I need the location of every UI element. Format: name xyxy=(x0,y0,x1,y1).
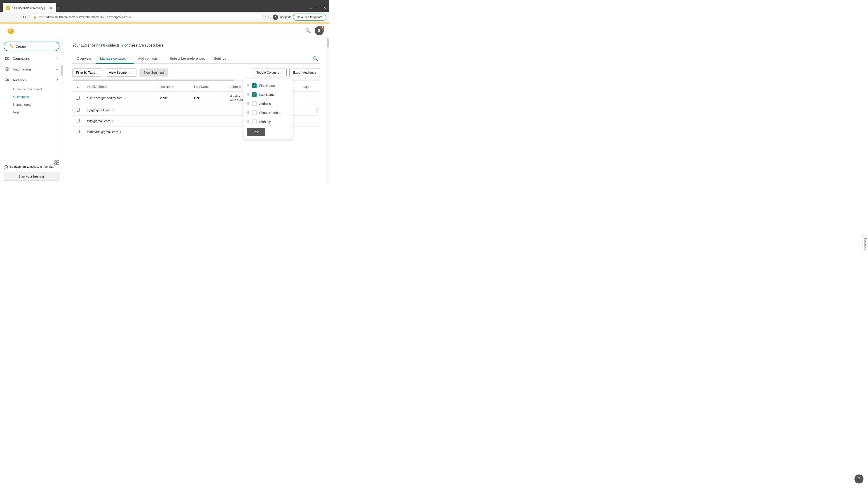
new-segment-button[interactable]: New Segment xyxy=(140,68,168,76)
tab-title: All subscribers of Moodjoy | Ma... xyxy=(12,6,48,10)
audience-info: Your audience has 8 contacts. 7 of these… xyxy=(72,43,320,47)
email-value: fjfdbdvf85@gmail.com xyxy=(87,130,118,134)
new-tab-button[interactable]: + xyxy=(57,6,60,12)
email-cell: fjfdbdvf85@gmail.com › xyxy=(83,127,155,137)
toggle-columns-button[interactable]: Toggle Columns ⌄ xyxy=(253,68,287,77)
export-audience-button[interactable]: Export Audience xyxy=(289,68,320,77)
filter-by-tags-button[interactable]: Filter by Tags ⌄ xyxy=(72,68,102,76)
svg-point-6 xyxy=(10,30,10,31)
last-name-header[interactable]: Last Name xyxy=(191,82,226,92)
split-view-icon[interactable]: ⊟ xyxy=(268,15,271,19)
settings-chevron-icon: ⌄ xyxy=(227,57,229,60)
toggle-row-first-name[interactable]: ⠿ ✓ First Name xyxy=(243,81,293,90)
toggle-row-phone-number[interactable]: ⠿ Phone Number xyxy=(243,108,293,117)
drag-handle-last-name-icon: ⠿ xyxy=(247,93,249,96)
main-content: Your audience has 8 contacts. 7 of these… xyxy=(63,38,329,184)
relaunch-button[interactable]: Relaunch to update xyxy=(293,13,327,21)
campaigns-label: Campaigns xyxy=(13,57,30,60)
scroll-left-button[interactable]: ‹ xyxy=(72,107,78,112)
sidebar-sub-item-all-contacts[interactable]: All contacts xyxy=(0,93,63,101)
sidebar-sub-item-signup-forms[interactable]: Signup forms xyxy=(0,101,63,108)
sidebar-sub-item-dashboard[interactable]: Audience dashboard xyxy=(0,86,63,93)
toggle-columns-chevron-icon: ⌄ xyxy=(281,71,283,74)
campaigns-chevron-icon: ⌄ xyxy=(56,56,59,60)
tab-favicon: M xyxy=(6,6,10,10)
row-expand-icon[interactable]: › xyxy=(120,130,121,134)
create-button[interactable]: ✏️ Create xyxy=(4,41,59,51)
row-checkbox[interactable] xyxy=(76,130,80,133)
save-columns-button[interactable]: Save xyxy=(247,128,265,136)
tab-overflow-icon[interactable]: ⌄ xyxy=(309,6,312,10)
tab-overview[interactable]: Overview xyxy=(72,54,96,64)
tab-add-contacts[interactable]: Add contacts ⌄ xyxy=(133,54,165,64)
automations-chevron-icon: ⌄ xyxy=(56,67,59,71)
sidebar-item-automations[interactable]: Automations ⌄ xyxy=(0,64,63,74)
start-free-trial-button[interactable]: Start your free trial xyxy=(4,172,59,181)
row-checkbox-cell xyxy=(72,92,83,105)
svg-rect-16 xyxy=(55,163,57,165)
close-window-button[interactable]: ✕ xyxy=(323,5,327,10)
row-checkbox[interactable] xyxy=(76,96,80,100)
sidebar-item-audience[interactable]: Audience ∧ xyxy=(0,74,63,86)
sidebar-item-campaigns[interactable]: Campaigns ⌄ xyxy=(0,53,63,64)
svg-point-12 xyxy=(8,79,9,80)
view-segment-button[interactable]: View Segment ⌄ xyxy=(105,68,137,76)
last-name-cell: Deli xyxy=(191,92,226,105)
row-expand-icon[interactable]: › xyxy=(112,119,113,123)
browser-tab-active[interactable]: M All subscribers of Moodjoy | Ma... ✕ xyxy=(3,3,56,12)
back-button[interactable]: ← xyxy=(3,14,10,20)
audience-label: Audience xyxy=(13,78,27,82)
search-button[interactable]: 🔍 xyxy=(305,28,311,33)
email-cell: tryfg@gmail.com › xyxy=(83,105,155,116)
scroll-right-button[interactable]: › xyxy=(315,107,320,112)
free-trial-text-suffix: to access a free trial. xyxy=(27,165,54,168)
tab-settings[interactable]: Settings ⌄ xyxy=(210,54,234,64)
address-bar[interactable]: 🔒 us21.admin.mailchimp.com/lists/members… xyxy=(29,14,262,20)
row-checkbox-cell xyxy=(72,116,83,127)
lock-icon: 🔒 xyxy=(33,15,37,19)
row-checkbox[interactable] xyxy=(76,119,80,123)
expand-row-icon[interactable]: ⌄ xyxy=(76,85,79,89)
forward-button[interactable]: → xyxy=(12,14,20,20)
close-tab-icon[interactable]: ✕ xyxy=(50,6,53,10)
tabs-bar: Overview Manage contacts ⌄ Add contacts … xyxy=(72,54,320,64)
checkbox-phone-number[interactable] xyxy=(252,110,256,115)
bookmark-icon[interactable]: ☆ xyxy=(264,15,267,19)
tab-manage-contacts[interactable]: Manage contacts ⌄ xyxy=(96,54,133,64)
sidebar-bottom-icon[interactable] xyxy=(54,160,59,166)
refresh-button[interactable]: ↻ xyxy=(21,14,28,21)
minimize-window-button[interactable]: ─ xyxy=(314,5,317,10)
toggle-row-address[interactable]: ⠿ Address xyxy=(243,99,293,108)
tags-header[interactable]: Tags xyxy=(298,82,320,92)
url-text: us21.admin.mailchimp.com/lists/members/#… xyxy=(38,15,131,19)
main-scrollbar[interactable] xyxy=(327,38,329,184)
svg-point-11 xyxy=(6,78,7,80)
email-cell: d901eace@moodjoy.com › xyxy=(83,92,155,105)
row-checkbox-cell xyxy=(72,127,83,137)
row-expand-icon[interactable]: › xyxy=(112,108,114,112)
user-avatar[interactable]: S 1 xyxy=(315,26,324,35)
email-value: d901eace@moodjoy.com xyxy=(87,96,123,100)
first-name-header[interactable]: First Name xyxy=(155,82,191,92)
row-expand-icon[interactable]: › xyxy=(124,96,125,100)
svg-rect-15 xyxy=(57,161,59,162)
sidebar-sub-item-tags[interactable]: Tags xyxy=(0,108,63,116)
create-label: Create xyxy=(16,44,26,48)
table-search-button[interactable]: 🔍 xyxy=(311,54,320,63)
restore-window-button[interactable]: □ xyxy=(319,6,321,10)
toggle-row-birthday[interactable]: ⠿ Birthday xyxy=(243,117,293,126)
tab-subscriber-preferences[interactable]: Subscriber preferences xyxy=(165,54,209,64)
app-logo[interactable] xyxy=(5,25,16,36)
checkbox-first-name[interactable]: ✓ xyxy=(252,84,256,88)
checkbox-last-name[interactable]: ✓ xyxy=(252,92,256,97)
toggle-row-last-name[interactable]: ⠿ ✓ Last Name xyxy=(243,90,293,99)
email-address-header[interactable]: Email Address xyxy=(83,82,155,92)
automations-label: Automations xyxy=(13,67,31,71)
view-segment-chevron-icon: ⌄ xyxy=(131,71,133,74)
browser-toolbar: ← → ↻ 🔒 us21.admin.mailchimp.com/lists/m… xyxy=(0,12,329,23)
svg-rect-14 xyxy=(55,161,57,162)
checkbox-address[interactable] xyxy=(252,101,256,106)
campaigns-icon xyxy=(4,56,10,61)
drag-handle-phone-icon: ⠿ xyxy=(247,111,249,115)
checkbox-birthday[interactable] xyxy=(252,120,256,124)
